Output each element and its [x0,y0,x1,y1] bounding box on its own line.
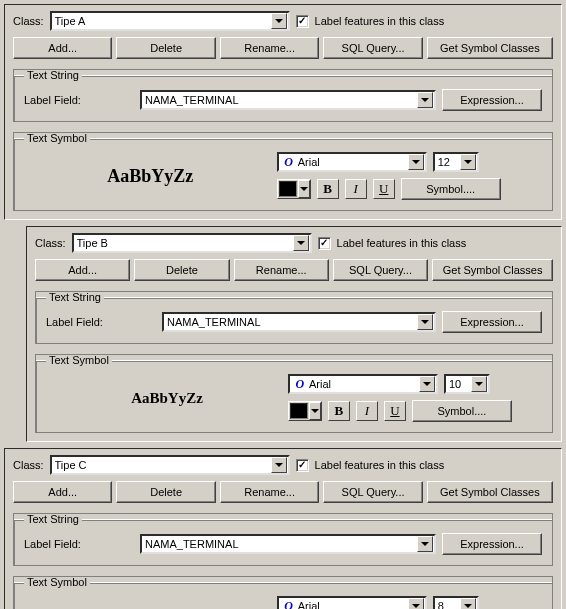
label-field-label: Label Field: [24,538,134,550]
font-family-dropdown[interactable]: O Arial [277,596,427,609]
class-dropdown-text: Tipe C [55,459,271,471]
chevron-down-icon [293,235,309,251]
action-button-row: Add... Delete Rename... SQL Query... Get… [13,481,553,503]
chevron-down-icon [309,402,321,420]
underline-button[interactable]: U [373,179,395,199]
chevron-down-icon [271,457,287,473]
get-symbol-classes-button[interactable]: Get Symbol Classes [432,259,553,281]
sample-text: AaBbYyZz [131,390,203,407]
font-size-text: 10 [449,378,471,390]
bold-button[interactable]: B [317,179,339,199]
label-features-label: Label features in this class [337,237,467,249]
italic-button[interactable]: I [345,179,367,199]
chevron-down-icon [460,598,476,609]
add-button[interactable]: Add... [13,481,112,503]
label-features-checkbox[interactable] [296,459,309,472]
label-class-panel: Class: Tipe C Label features in this cla… [4,448,562,609]
chevron-down-icon [417,92,433,108]
label-field-label: Label Field: [46,316,156,328]
expression-button[interactable]: Expression... [442,311,542,333]
truetype-icon: O [282,599,296,609]
color-swatch-icon [279,181,297,197]
font-size-dropdown[interactable]: 10 [444,374,490,394]
font-size-dropdown[interactable]: 8 [433,596,479,609]
label-field-dropdown[interactable]: NAMA_TERMINAL [140,534,436,554]
text-string-legend: Text String [46,291,104,303]
get-symbol-classes-button[interactable]: Get Symbol Classes [427,481,553,503]
get-symbol-classes-button[interactable]: Get Symbol Classes [427,37,553,59]
underline-button[interactable]: U [384,401,406,421]
font-size-text: 12 [438,156,460,168]
text-string-group: Text String Label Field: NAMA_TERMINAL E… [13,69,553,122]
text-string-group: Text String Label Field: NAMA_TERMINAL E… [13,513,553,566]
class-dropdown[interactable]: Tipe B [72,233,312,253]
expression-button[interactable]: Expression... [442,89,542,111]
class-row: Class: Tipe A Label features in this cla… [13,11,553,31]
sql-query-button[interactable]: SQL Query... [323,37,422,59]
text-symbol-legend: Text Symbol [46,354,112,366]
rename-button[interactable]: Rename... [220,37,319,59]
symbol-button[interactable]: Symbol.... [412,400,512,422]
label-features-checkbox[interactable] [296,15,309,28]
truetype-icon: O [282,155,296,169]
class-label: Class: [13,459,44,471]
font-color-dropdown[interactable] [277,179,311,199]
symbol-button[interactable]: Symbol.... [401,178,501,200]
label-field-text: NAMA_TERMINAL [167,316,417,328]
sample-text: AaBbYyZz [107,166,193,187]
label-field-dropdown[interactable]: NAMA_TERMINAL [162,312,436,332]
chevron-down-icon [408,598,424,609]
italic-button[interactable]: I [356,401,378,421]
delete-button[interactable]: Delete [116,37,215,59]
font-family-dropdown[interactable]: O Arial [288,374,438,394]
class-dropdown-text: Tipe B [77,237,293,249]
rename-button[interactable]: Rename... [234,259,329,281]
expression-button[interactable]: Expression... [442,533,542,555]
font-size-text: 8 [438,600,460,609]
font-color-dropdown[interactable] [288,401,322,421]
label-class-panel: Class: Tipe B Label features in this cla… [26,226,562,442]
class-label: Class: [35,237,66,249]
text-symbol-legend: Text Symbol [24,576,90,588]
class-dropdown[interactable]: Tipe C [50,455,290,475]
label-features-label: Label features in this class [315,15,445,27]
label-field-dropdown[interactable]: NAMA_TERMINAL [140,90,436,110]
add-button[interactable]: Add... [35,259,130,281]
action-button-row: Add... Delete Rename... SQL Query... Get… [35,259,553,281]
class-dropdown-text: Tipe A [55,15,271,27]
class-row: Class: Tipe C Label features in this cla… [13,455,553,475]
text-symbol-group: Text Symbol AaBbYyZz O Arial 10 [35,354,553,433]
action-button-row: Add... Delete Rename... SQL Query... Get… [13,37,553,59]
label-field-text: NAMA_TERMINAL [145,94,417,106]
chevron-down-icon [419,376,435,392]
label-class-panel: Class: Tipe A Label features in this cla… [4,4,562,220]
font-size-dropdown[interactable]: 12 [433,152,479,172]
chevron-down-icon [460,154,476,170]
color-swatch-icon [290,403,308,419]
rename-button[interactable]: Rename... [220,481,319,503]
label-features-label: Label features in this class [315,459,445,471]
label-features-checkbox[interactable] [318,237,331,250]
label-field-label: Label Field: [24,94,134,106]
text-string-legend: Text String [24,69,82,81]
class-row: Class: Tipe B Label features in this cla… [35,233,553,253]
delete-button[interactable]: Delete [134,259,229,281]
font-family-dropdown[interactable]: O Arial [277,152,427,172]
sql-query-button[interactable]: SQL Query... [323,481,422,503]
chevron-down-icon [471,376,487,392]
sql-query-button[interactable]: SQL Query... [333,259,428,281]
font-family-text: Arial [298,156,408,168]
delete-button[interactable]: Delete [116,481,215,503]
text-string-group: Text String Label Field: NAMA_TERMINAL E… [35,291,553,344]
truetype-icon: O [293,377,307,391]
text-symbol-group: Text Symbol AaBbYyZz O Arial 8 [13,576,553,609]
text-string-legend: Text String [24,513,82,525]
class-dropdown[interactable]: Tipe A [50,11,290,31]
bold-button[interactable]: B [328,401,350,421]
add-button[interactable]: Add... [13,37,112,59]
chevron-down-icon [298,180,310,198]
font-family-text: Arial [309,378,419,390]
chevron-down-icon [408,154,424,170]
class-label: Class: [13,15,44,27]
text-symbol-legend: Text Symbol [24,132,90,144]
